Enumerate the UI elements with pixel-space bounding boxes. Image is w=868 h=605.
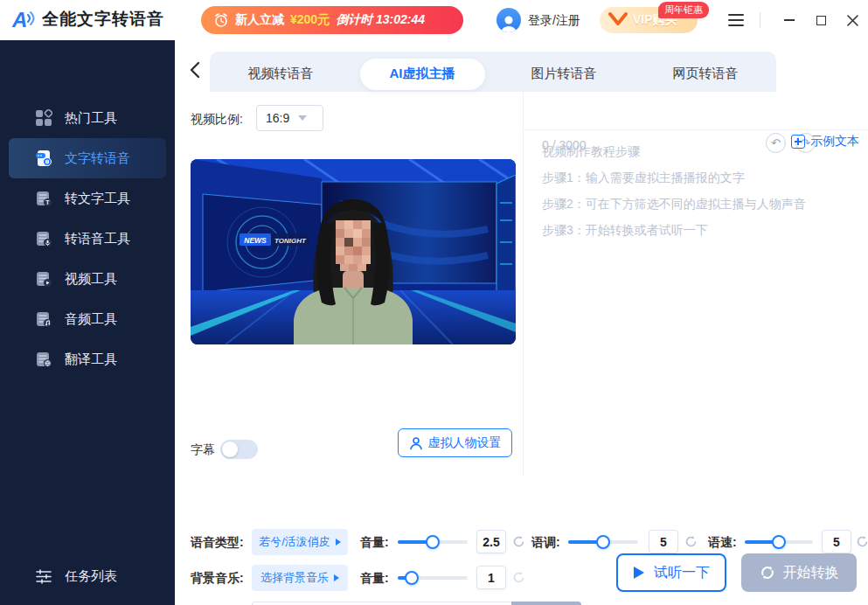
editor-divider xyxy=(524,129,868,130)
placeholder-line: 步骤1：输入需要虚拟主播播报的文字 xyxy=(542,164,857,191)
bgm-label: 背景音乐: xyxy=(191,571,244,587)
tab-label: 图片转语音 xyxy=(531,66,597,82)
slider-thumb[interactable] xyxy=(596,535,610,549)
news-badge-text-2: TONIGHT xyxy=(274,237,307,245)
bgm-volume-slider[interactable] xyxy=(398,576,468,580)
video-preview: NEWS TONIGHT xyxy=(191,159,516,344)
placeholder-line: 视频制作教程步骤 xyxy=(542,138,857,164)
person-icon xyxy=(409,436,423,450)
login-register-link[interactable]: 登录/注册 xyxy=(528,0,580,40)
sidebar-item-to-text-tools[interactable]: T 转文字工具 xyxy=(0,178,175,219)
maximize-icon xyxy=(816,16,826,25)
start-convert-button[interactable]: 开始转换 xyxy=(741,553,857,592)
pitch-value[interactable]: 5 xyxy=(649,530,678,553)
task-list-label: 任务列表 xyxy=(65,568,117,585)
promo-banner[interactable]: 新人立减 ¥200元 倒计时 13:02:44 xyxy=(201,6,463,34)
controls-panel: 语音类型: 若兮/活泼俏皮 音量: 2.5 语调: 5 语速: xyxy=(175,476,868,605)
app-logo-icon: A xyxy=(10,7,35,31)
tab-video-to-speech[interactable]: 视频转语音 xyxy=(210,52,351,92)
sidebar-item-label: 翻译工具 xyxy=(65,351,117,368)
translate-tool-icon xyxy=(35,351,52,368)
volume-reset-icon[interactable] xyxy=(512,535,525,548)
subtitle-toggle[interactable] xyxy=(220,440,258,459)
listen-preview-label: 试听一下 xyxy=(654,564,710,582)
news-badge-text: NEWS xyxy=(244,236,267,245)
chevron-right-icon xyxy=(334,574,339,581)
sidebar-task-list[interactable]: 任务列表 xyxy=(0,556,175,596)
placeholder-line: 步骤2：可在下方筛选不同的虚拟主播与人物声音 xyxy=(542,191,857,217)
bgm-volume-label: 音量: xyxy=(360,571,389,587)
pitch-reset-icon[interactable] xyxy=(684,535,698,548)
chevron-down-icon xyxy=(298,115,307,121)
tab-label: 网页转语音 xyxy=(673,66,739,82)
chevron-right-icon xyxy=(336,539,341,546)
toggle-knob xyxy=(222,442,238,457)
voice-type-value: 若兮/活泼俏皮 xyxy=(259,534,330,550)
close-button[interactable] xyxy=(839,0,865,40)
minimize-icon xyxy=(784,19,795,21)
sidebar-item-label: 文字转语音 xyxy=(65,150,130,167)
convert-icon xyxy=(760,565,775,581)
audio-tool-icon xyxy=(35,310,52,328)
sidebar-item-label: 音频工具 xyxy=(65,311,117,328)
play-icon xyxy=(633,566,645,580)
change-path-button[interactable]: 更改路径 xyxy=(511,602,581,605)
listen-preview-button[interactable]: 试听一下 xyxy=(616,553,726,592)
maximize-button[interactable] xyxy=(808,0,834,40)
app-logo: A 全能文字转语音 xyxy=(10,7,164,31)
promo-amount: ¥200元 xyxy=(290,12,330,28)
speed-value[interactable]: 5 xyxy=(822,530,851,553)
panel-divider xyxy=(523,92,524,476)
sidebar-item-video-tools[interactable]: 视频工具 xyxy=(0,259,175,299)
output-path-input[interactable] xyxy=(252,602,511,605)
bgm-volume-reset-icon[interactable] xyxy=(512,571,525,584)
app-title: 全能文字转语音 xyxy=(42,8,164,31)
menu-icon[interactable] xyxy=(728,14,744,30)
virtual-anchor-preview-image: NEWS TONIGHT xyxy=(191,159,516,344)
user-avatar[interactable] xyxy=(496,8,521,32)
slider-thumb[interactable] xyxy=(405,571,419,585)
sidebar-item-audio-tools[interactable]: 音频工具 xyxy=(0,299,175,339)
voice-type-button[interactable]: 若兮/活泼俏皮 xyxy=(252,529,348,555)
volume-slider[interactable] xyxy=(398,540,468,544)
slider-thumb[interactable] xyxy=(772,535,786,549)
tab-image-to-speech[interactable]: 图片转语音 xyxy=(493,52,635,92)
volume-value[interactable]: 2.5 xyxy=(476,530,506,553)
svg-text:A: A xyxy=(11,8,27,31)
video-ratio-select[interactable]: 16:9 xyxy=(256,105,323,131)
sidebar-item-text-to-speech[interactable]: 文字转语音 xyxy=(9,138,166,178)
sidebar-item-translate-tools[interactable]: 翻译工具 xyxy=(0,339,175,379)
text-editor[interactable]: 视频制作教程步骤 步骤1：输入需要虚拟主播播报的文字 步骤2：可在下方筛选不同的… xyxy=(542,138,857,243)
promo-new-user: 新人立减 xyxy=(235,12,284,28)
text-to-speech-icon xyxy=(35,150,52,167)
tab-webpage-to-speech[interactable]: 网页转语音 xyxy=(635,52,776,92)
to-speech-tool-icon xyxy=(35,230,52,247)
svg-text:T: T xyxy=(45,199,50,205)
virtual-character-settings-button[interactable]: 虚拟人物设置 xyxy=(398,428,512,457)
slider-thumb[interactable] xyxy=(426,535,440,549)
bgm-select-button[interactable]: 选择背景音乐 xyxy=(252,565,348,591)
close-icon xyxy=(847,15,858,26)
sidebar-item-to-speech-tools[interactable]: 转语音工具 xyxy=(0,219,175,259)
speed-reset-icon[interactable] xyxy=(856,535,868,548)
sidebar-item-label: 转语音工具 xyxy=(65,231,130,247)
sidebar-item-label: 视频工具 xyxy=(65,271,117,288)
grid-icon xyxy=(35,109,52,127)
back-button[interactable] xyxy=(184,59,205,80)
sidebar: 热门工具 文字转语音 T 转文字工具 xyxy=(0,40,175,605)
window-controls-divider xyxy=(760,12,760,28)
promo-countdown: 倒计时 13:02:44 xyxy=(336,12,425,28)
minimize-button[interactable] xyxy=(776,0,802,40)
bgm-volume-value[interactable]: 1 xyxy=(476,566,506,589)
main-area: 视频转语音 AI虚拟主播 图片转语音 网页转语音 视频比例: 16:9 xyxy=(175,40,868,605)
speed-slider[interactable] xyxy=(745,540,813,544)
tab-ai-virtual-anchor[interactable]: AI虚拟主播 xyxy=(351,52,493,92)
to-text-tool-icon: T xyxy=(35,190,52,207)
speed-label: 语速: xyxy=(708,535,737,551)
sidebar-item-hot-tools[interactable]: 热门工具 xyxy=(0,98,175,138)
app-window: A 全能文字转语音 新人立减 ¥200元 倒计时 13:02:44 登录/注册 xyxy=(0,0,868,605)
volume-label: 音量: xyxy=(360,535,389,551)
pitch-slider[interactable] xyxy=(568,540,638,544)
vip-promo-tag: 周年钜惠 xyxy=(658,2,709,18)
start-convert-label: 开始转换 xyxy=(783,564,839,582)
